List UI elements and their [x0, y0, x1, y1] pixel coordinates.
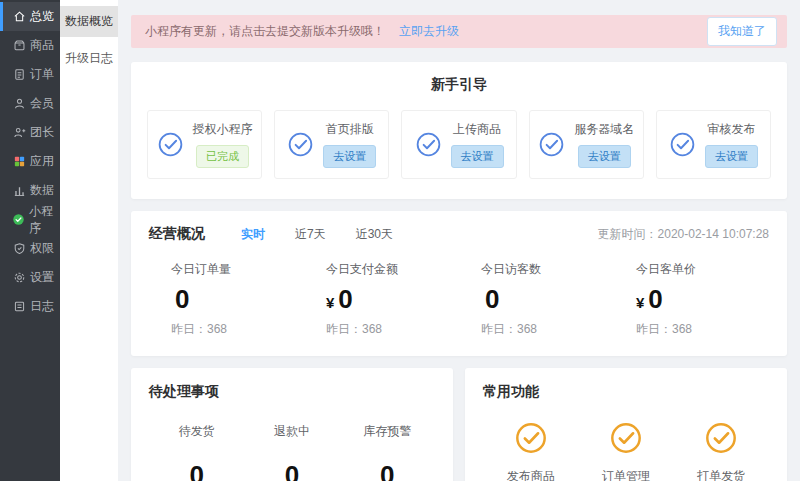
shortcut-label: 打单发货 — [697, 468, 745, 481]
pending-to-ship[interactable]: 待发货 0 — [149, 423, 244, 481]
guide-step-review-publish: 审核发布 去设置 — [656, 110, 771, 179]
pending-items-title: 待处理事项 — [149, 383, 435, 401]
sidebar-item-goods[interactable]: 商品 — [0, 31, 60, 60]
guide-step-label: 审核发布 — [707, 121, 755, 138]
go-setup-button[interactable]: 去设置 — [578, 145, 631, 168]
check-circle-icon — [538, 131, 565, 158]
shield-icon — [12, 242, 26, 256]
notice-text: 小程序有更新，请点击去提交新版本升级哦！ — [145, 23, 385, 40]
currency-symbol: ¥ — [636, 294, 644, 311]
sidebar-item-leaders[interactable]: 团长 — [0, 118, 60, 147]
stat-label: 今日订单量 — [171, 261, 304, 278]
stat-label: 今日客单价 — [636, 261, 769, 278]
guide-step-authorize-miniprogram: 授权小程序 已完成 — [147, 110, 262, 179]
stat-today-payment: 今日支付金额 ¥0 昨日：368 — [304, 261, 459, 338]
sidebar-item-apps[interactable]: 应用 — [0, 147, 60, 176]
update-notice-bar: 小程序有更新，请点击去提交新版本升级哦！ 立即去升级 我知道了 — [131, 15, 787, 48]
guide-step-server-domain: 服务器域名 去设置 — [529, 110, 644, 179]
dismiss-notice-button[interactable]: 我知道了 — [707, 17, 777, 46]
pending-label: 退款中 — [244, 423, 339, 440]
guide-steps: 授权小程序 已完成 首页排版 去设置 — [147, 110, 771, 179]
tab-last-7-days[interactable]: 近7天 — [295, 226, 326, 243]
apps-icon — [12, 155, 26, 169]
leader-icon — [12, 126, 26, 140]
pending-value: 0 — [149, 460, 244, 481]
pending-refunds[interactable]: 退款中 0 — [244, 423, 339, 481]
home-icon — [12, 10, 26, 24]
go-setup-button[interactable]: 去设置 — [451, 145, 504, 168]
stat-yesterday: 昨日：368 — [481, 321, 614, 338]
pending-items-card: 待处理事项 待发货 0 退款中 0 库存预警 0 — [131, 368, 453, 481]
sidebar-item-label: 订单 — [30, 66, 54, 83]
guide-step-upload-goods: 上传商品 去设置 — [401, 110, 516, 179]
go-upgrade-link[interactable]: 立即去升级 — [399, 23, 459, 40]
done-badge[interactable]: 已完成 — [196, 145, 249, 168]
bottom-row: 待处理事项 待发货 0 退款中 0 库存预警 0 — [131, 368, 787, 481]
check-circle-icon — [287, 131, 314, 158]
sidebar-item-label: 设置 — [30, 269, 54, 286]
sidebar-item-label: 商品 — [30, 37, 54, 54]
guide-title: 新手引导 — [147, 76, 771, 94]
shortcut-print-ship[interactable]: 打单发货 — [674, 421, 769, 481]
stat-today-avg-order: 今日客单价 ¥0 昨日：368 — [614, 261, 769, 338]
sidebar-item-miniprogram[interactable]: 小程序 — [0, 205, 60, 234]
stat-value: 0 — [481, 286, 614, 312]
sidebar-item-label: 小程序 — [29, 203, 60, 237]
guide-step-label: 首页排版 — [326, 121, 374, 138]
shortcut-label: 发布商品 — [507, 468, 555, 481]
pending-label: 待发货 — [149, 423, 244, 440]
subsidebar-tab-data-overview[interactable]: 数据概览 — [60, 6, 118, 37]
primary-sidebar: 总览 商品 订单 会员 团长 — [0, 0, 60, 481]
member-icon — [12, 97, 26, 111]
pending-items-stats: 待发货 0 退款中 0 库存预警 0 — [149, 423, 435, 481]
gear-icon — [12, 271, 26, 285]
stat-yesterday: 昨日：368 — [636, 321, 769, 338]
guide-step-label: 上传商品 — [453, 121, 501, 138]
miniprogram-icon — [12, 213, 25, 227]
stock-warnings[interactable]: 库存预警 0 — [340, 423, 435, 481]
pending-value: 0 — [340, 460, 435, 481]
sidebar-item-members[interactable]: 会员 — [0, 89, 60, 118]
stat-yesterday: 昨日：368 — [171, 321, 304, 338]
sidebar-item-orders[interactable]: 订单 — [0, 60, 60, 89]
overview-title: 经营概况 — [149, 225, 205, 243]
check-circle-icon — [609, 421, 643, 455]
shortcut-order-management[interactable]: 订单管理 — [578, 421, 673, 481]
sidebar-item-settings[interactable]: 设置 — [0, 263, 60, 292]
go-setup-button[interactable]: 去设置 — [705, 145, 758, 168]
subsidebar-tab-upgrade-log[interactable]: 升级日志 — [60, 43, 118, 74]
sidebar-item-overview[interactable]: 总览 — [0, 2, 60, 31]
main-content: 小程序有更新，请点击去提交新版本升级哦！ 立即去升级 我知道了 新手引导 授权小… — [118, 0, 800, 481]
tab-last-30-days[interactable]: 近30天 — [356, 226, 393, 243]
pending-label: 库存预警 — [340, 423, 435, 440]
guide-step-label: 授权小程序 — [193, 121, 253, 138]
go-setup-button[interactable]: 去设置 — [323, 145, 376, 168]
common-functions-items: 发布商品 订单管理 打单发货 — [483, 421, 769, 481]
tab-realtime[interactable]: 实时 — [241, 226, 265, 243]
stat-yesterday: 昨日：368 — [326, 321, 459, 338]
check-circle-icon — [415, 131, 442, 158]
business-overview-card: 经营概况 实时 近7天 近30天 更新时间：2020-02-14 10:07:2… — [131, 211, 787, 356]
app-window: 总览 商品 订单 会员 团长 — [0, 0, 800, 481]
data-icon — [12, 184, 26, 198]
pending-value: 0 — [244, 460, 339, 481]
overview-tabs: 实时 近7天 近30天 — [241, 226, 393, 243]
shortcut-label: 订单管理 — [602, 468, 650, 481]
check-circle-icon — [704, 421, 738, 455]
overview-stats: 今日订单量 0 昨日：368 今日支付金额 ¥0 昨日：368 今日访客数 0 … — [149, 261, 769, 338]
check-circle-icon — [669, 131, 696, 158]
sidebar-item-label: 日志 — [30, 298, 54, 315]
check-circle-icon — [514, 421, 548, 455]
updated-time: 更新时间：2020-02-14 10:07:28 — [598, 226, 769, 243]
sidebar-item-permissions[interactable]: 权限 — [0, 234, 60, 263]
stat-today-visitors: 今日访客数 0 昨日：368 — [459, 261, 614, 338]
secondary-sidebar: 数据概览 升级日志 — [60, 0, 118, 481]
sidebar-item-label: 数据 — [30, 182, 54, 199]
sidebar-item-data[interactable]: 数据 — [0, 176, 60, 205]
sidebar-item-label: 权限 — [30, 240, 54, 257]
sidebar-item-label: 团长 — [30, 124, 54, 141]
shortcut-publish-goods[interactable]: 发布商品 — [483, 421, 578, 481]
stat-value: ¥0 — [326, 286, 459, 312]
sidebar-item-logs[interactable]: 日志 — [0, 292, 60, 321]
newbie-guide-card: 新手引导 授权小程序 已完成 首页排版 — [131, 62, 787, 199]
